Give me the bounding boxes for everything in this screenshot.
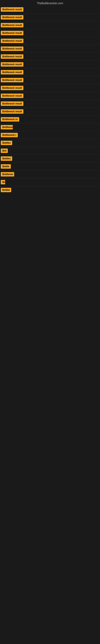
result-row: Bottleneck result [0,76,100,84]
result-row: Bottleneck result [0,21,100,29]
bottleneck-badge[interactable]: Bottleneck result [1,7,23,12]
result-row: Bottleneck result [0,60,100,68]
result-row: Bottleneck result [0,84,100,92]
bottleneck-badge[interactable]: Bottleneck r [1,133,18,137]
bottleneck-badge[interactable]: Bottleneck result [1,102,23,106]
result-row: Bot [0,147,100,155]
bottleneck-badge[interactable]: Bottleneck result [1,54,23,59]
bottleneck-badge[interactable]: Bot [1,148,8,153]
result-row: Bottleneck result [0,29,100,37]
result-row: Bottleneck re [0,116,100,123]
bottleneck-badge[interactable]: Bottleneck result [1,31,23,35]
bottleneck-badge[interactable]: Bottler [1,188,11,192]
bottleneck-badge[interactable]: Bottleneck result [1,78,23,82]
bottleneck-badge[interactable]: Bottleneck result [1,23,23,27]
results-container: Bottleneck resultBottleneck resultBottle… [0,6,100,194]
result-row: Bottleneck result [0,68,100,76]
result-row: Bottleneck result [0,6,100,14]
result-row: Bottlen [0,139,100,147]
result-row: Bottle [0,162,100,170]
site-header: TheBottlenecker.com [0,0,100,6]
bottleneck-badge[interactable]: Bottleneck result [1,62,23,66]
site-title: TheBottlenecker.com [0,0,100,6]
bottleneck-badge[interactable]: Bottleneck result [1,86,23,90]
result-row: Bottleneck result [0,14,100,21]
result-row: Bottleneck result [0,92,100,100]
bottleneck-badge[interactable]: Bottle [1,164,11,169]
result-row: Bottleneck result [0,53,100,60]
bottleneck-badge[interactable]: Bottleneck result [1,109,23,114]
bottleneck-badge[interactable]: Bottlen [1,141,12,145]
result-row: Bottleneck result [0,108,100,116]
bottleneck-badge[interactable]: Bottlenec [1,172,14,176]
bottleneck-badge[interactable]: Bo [1,180,5,184]
bottleneck-badge[interactable]: Bottleneck result [1,94,23,98]
result-row: Bottlen [0,155,100,162]
result-row: Bo [0,178,100,186]
result-row: Bottleneck result [0,37,100,45]
bottleneck-badge[interactable]: Bottleneck result [1,15,23,20]
bottleneck-badge[interactable]: Bottlen [1,156,12,161]
result-row: Bottler [0,186,100,194]
result-row: Bottlenec [0,170,100,178]
bottleneck-badge[interactable]: Bottlenec [1,125,13,130]
bottleneck-badge[interactable]: Bottleneck result [1,39,23,43]
bottleneck-badge[interactable]: Bottleneck result [1,46,23,51]
result-row: Bottleneck result [0,100,100,108]
bottleneck-badge[interactable]: Bottleneck result [1,70,23,74]
result-row: Bottleneck r [0,131,100,139]
bottleneck-badge[interactable]: Bottleneck re [1,117,19,122]
result-row: Bottleneck result [0,45,100,53]
result-row: Bottlenec [0,123,100,131]
